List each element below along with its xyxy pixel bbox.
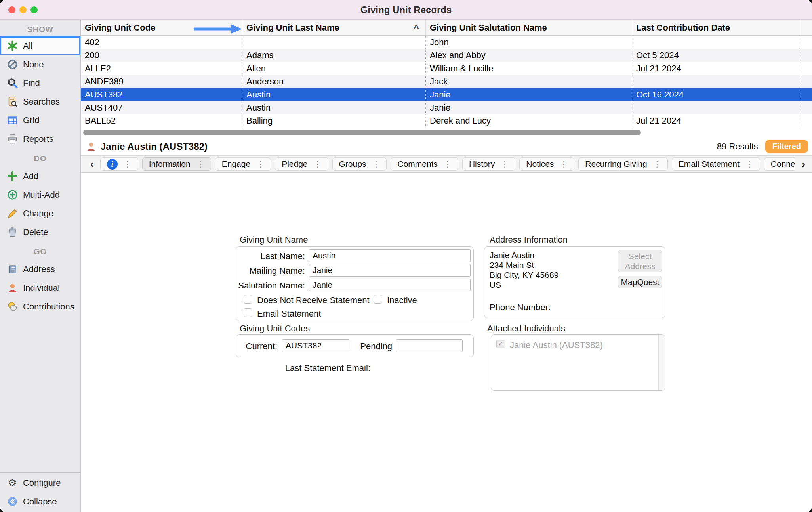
tab-notices[interactable]: Notices⋮ (519, 157, 574, 171)
sidebar-item-delete[interactable]: Delete (0, 223, 80, 241)
mailing-name-label: Mailing Name: (221, 266, 305, 276)
pending-code-input[interactable] (396, 339, 463, 352)
tab-information[interactable]: Information⋮ (142, 157, 211, 171)
sidebar-item-collapse[interactable]: Collapse (0, 492, 80, 511)
magnifier-icon (6, 77, 18, 89)
mailing-name-input[interactable] (309, 264, 471, 277)
cell-code: 402 (81, 36, 242, 49)
sidebar-item-reports[interactable]: Reports (0, 130, 80, 148)
sidebar-item-label: Change (23, 208, 53, 219)
table-row[interactable]: BALL52 Balling Derek and Lucy Jul 21 202… (81, 114, 812, 127)
select-address-button[interactable]: Select Address (618, 250, 662, 272)
record-tab-bar: ‹ i ⋮ Information⋮ Engage⋮ Pledge⋮ Group… (81, 155, 812, 173)
titlebar: Giving Unit Records (0, 0, 812, 20)
column-header-giving-unit-salutation-name[interactable]: Giving Unit Salutation Name (426, 20, 632, 35)
horizontal-scrollbar[interactable] (81, 127, 812, 138)
sidebar-item-add[interactable]: Add (0, 167, 80, 185)
cell-gutter (801, 88, 812, 101)
prohibited-icon (6, 59, 18, 71)
salutation-name-input[interactable] (309, 279, 471, 291)
sidebar-item-label: Delete (23, 227, 48, 237)
table-row[interactable]: ANDE389 Anderson Jack (81, 75, 812, 88)
sidebar-item-change[interactable]: Change (0, 204, 80, 223)
sidebar-item-label: Address (23, 264, 55, 275)
table-row[interactable]: ALLE2 Allen William & Lucille Jul 21 202… (81, 62, 812, 75)
tab-email-statement[interactable]: Email Statement⋮ (672, 157, 760, 171)
cell-last-contribution: Jul 21 2024 (632, 62, 801, 75)
tab-menu-icon[interactable]: ⋮ (256, 159, 264, 169)
tabs-scroll-left-button[interactable]: ‹ (88, 158, 96, 170)
sidebar-item-configure[interactable]: ⚙ Configure (0, 474, 80, 492)
sidebar-item-label: Collapse (23, 497, 57, 507)
tab-menu-icon[interactable]: ⋮ (124, 159, 132, 169)
mapquest-button[interactable]: MapQuest (618, 276, 662, 288)
tab-menu-icon[interactable]: ⋮ (745, 159, 753, 169)
column-header-last-contribution-date[interactable]: Last Contribution Date (632, 20, 801, 35)
sidebar-item-label: Searches (23, 97, 60, 107)
table-row[interactable]: 200 Adams Alex and Abby Oct 5 2024 (81, 49, 812, 62)
cell-code: ALLE2 (81, 62, 242, 75)
tabs-scroll-right-button[interactable]: › (795, 156, 812, 172)
tab-menu-icon[interactable]: ⋮ (196, 159, 204, 169)
horizontal-scrollbar-thumb[interactable] (83, 130, 641, 135)
sidebar-item-none[interactable]: None (0, 55, 80, 74)
tab-menu-icon[interactable]: ⋮ (444, 159, 452, 169)
cell-last-name: Balling (242, 114, 426, 127)
cell-salutation: John (426, 36, 632, 49)
sidebar-item-multi-add[interactable]: Multi-Add (0, 185, 80, 204)
last-name-input[interactable] (309, 249, 471, 262)
tab-menu-icon[interactable]: ⋮ (314, 159, 322, 169)
address-block: Janie Austin 234 Main St Big City, KY 45… (490, 250, 558, 290)
tab-menu-icon[interactable]: ⋮ (501, 159, 509, 169)
cell-salutation: William & Lucille (426, 62, 632, 75)
attached-individuals-scrollbar[interactable] (658, 335, 665, 390)
sidebar-item-all[interactable]: All (0, 36, 80, 55)
tab-menu-icon[interactable]: ⋮ (653, 159, 661, 169)
column-header-label: Giving Unit Code (85, 23, 155, 32)
salutation-name-label: Salutation Name: (221, 281, 305, 291)
tab-label: History (469, 159, 495, 169)
sidebar-item-label: All (23, 41, 32, 51)
email-statement-checkbox[interactable]: ✓ (244, 308, 252, 317)
tab-pledge[interactable]: Pledge⋮ (275, 157, 328, 171)
cell-gutter (801, 114, 812, 127)
arrow-annotation-icon (193, 23, 243, 34)
cell-last-name: Austin (242, 88, 426, 101)
email-statement-label: Email Statement (257, 309, 321, 319)
tab-label: Engage (222, 159, 250, 169)
person-bust-icon (86, 141, 97, 152)
table-row-selected[interactable]: AUST382 Austin Janie Oct 16 2024 (81, 88, 812, 101)
sidebar-item-individual[interactable]: Individual (0, 279, 80, 297)
sidebar-item-contributions[interactable]: Contributions (0, 297, 80, 316)
cell-code: 200 (81, 49, 242, 62)
tab-menu-icon[interactable]: ⋮ (372, 159, 380, 169)
attached-individual-checkbox[interactable]: ✓ (496, 340, 505, 348)
tab-recurring-giving[interactable]: Recurring Giving⋮ (578, 157, 667, 171)
sidebar-item-grid[interactable]: Grid (0, 111, 80, 130)
sidebar-item-label: Configure (23, 478, 61, 488)
sidebar-item-searches[interactable]: Searches (0, 92, 80, 111)
app-window: Giving Unit Records SHOW All None Find S… (0, 0, 812, 512)
column-header-giving-unit-last-name[interactable]: Giving Unit Last Name ^ (242, 20, 426, 35)
table-row[interactable]: AUST407 Austin Janie (81, 101, 812, 114)
inactive-checkbox[interactable]: ✓ (374, 295, 382, 304)
tab-info[interactable]: i ⋮ (100, 157, 138, 171)
tab-engage[interactable]: Engage⋮ (215, 157, 271, 171)
phone-number-label: Phone Number: (490, 302, 551, 313)
tab-history[interactable]: History⋮ (462, 157, 515, 171)
sidebar-item-find[interactable]: Find (0, 74, 80, 92)
sidebar-section-do: DO (0, 148, 80, 167)
sidebar-item-address[interactable]: Address (0, 260, 80, 279)
address-line: 234 Main St (490, 260, 558, 270)
table-row[interactable]: 402 John (81, 36, 812, 49)
tab-groups[interactable]: Groups⋮ (332, 157, 387, 171)
sidebar-footer: ⚙ Configure Collapse (0, 472, 80, 512)
does-not-receive-statement-checkbox[interactable]: ✓ (244, 295, 252, 304)
filtered-badge[interactable]: Filtered (765, 140, 808, 153)
cell-gutter (801, 62, 812, 75)
column-header-label: Giving Unit Last Name (246, 23, 339, 32)
group-label-giving-unit-name: Giving Unit Name (240, 235, 308, 245)
tab-menu-icon[interactable]: ⋮ (560, 159, 568, 169)
tab-comments[interactable]: Comments⋮ (391, 157, 458, 171)
info-icon: i (107, 159, 118, 170)
